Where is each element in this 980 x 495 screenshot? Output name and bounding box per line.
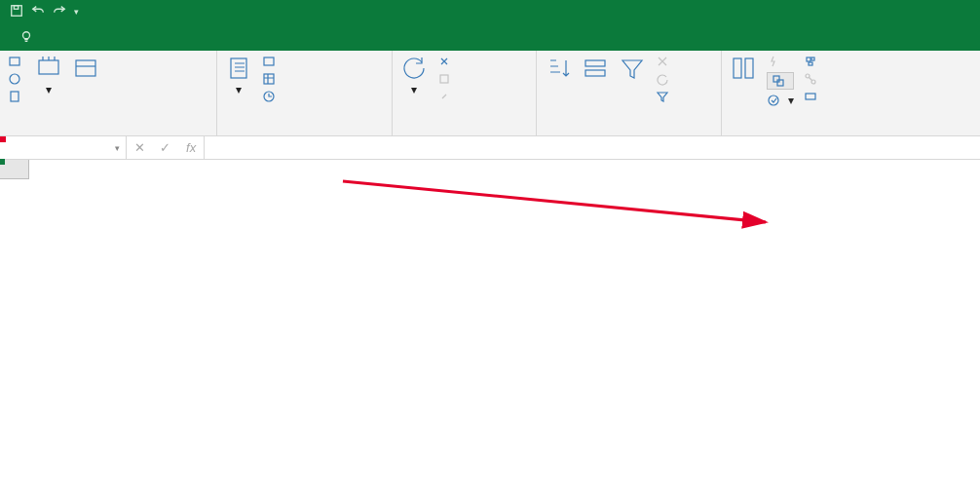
svg-rect-6: [39, 60, 58, 74]
svg-rect-15: [734, 58, 741, 78]
svg-point-2: [23, 32, 30, 39]
formula-bar-icons: ✕ ✓ fx: [127, 136, 205, 159]
advanced-filter-button[interactable]: [656, 90, 673, 103]
connections-button[interactable]: [437, 55, 455, 68]
formula-bar: ▾ ✕ ✓ fx: [0, 136, 980, 160]
svg-rect-16: [745, 58, 753, 78]
ribbon-group-transform: ▾: [217, 51, 393, 135]
clear-filter-button: [656, 55, 673, 68]
flash-fill-button: [767, 55, 794, 68]
svg-point-19: [769, 95, 778, 105]
svg-rect-13: [585, 60, 605, 66]
ribbon-group-external-data: ▾: [0, 51, 217, 135]
enter-icon: ✓: [160, 140, 170, 155]
ribbon-group-connections: ▾: [393, 51, 537, 135]
sort-button[interactable]: [582, 55, 609, 84]
title-bar: ▾: [0, 0, 980, 23]
quick-access-toolbar: ▾: [0, 4, 79, 20]
svg-rect-18: [777, 80, 783, 86]
svg-rect-5: [11, 92, 19, 101]
chevron-down-icon[interactable]: ▾: [115, 143, 120, 153]
svg-rect-9: [264, 57, 274, 65]
ribbon-group-sort-filter: [537, 51, 722, 135]
svg-rect-22: [809, 62, 812, 65]
svg-rect-25: [806, 94, 815, 99]
annotation-arrow: [0, 136, 980, 292]
show-queries-button[interactable]: [262, 55, 280, 68]
consolidate-button[interactable]: [804, 55, 821, 68]
sort-az-button[interactable]: [545, 55, 572, 82]
text-to-columns-button[interactable]: [730, 55, 757, 84]
svg-rect-7: [76, 60, 95, 76]
svg-rect-0: [12, 5, 22, 16]
filter-button[interactable]: [619, 55, 646, 84]
recent-sources-button[interactable]: [262, 90, 280, 103]
redo-icon[interactable]: [53, 4, 66, 20]
tell-me-search[interactable]: [19, 30, 39, 44]
svg-rect-3: [10, 57, 19, 65]
group-caption: [545, 132, 713, 133]
svg-line-26: [343, 181, 766, 222]
svg-point-4: [10, 74, 19, 84]
svg-rect-12: [440, 75, 448, 83]
select-all-corner[interactable]: [0, 160, 29, 179]
from-table-button[interactable]: [262, 72, 280, 86]
from-web-button[interactable]: [8, 72, 25, 86]
svg-rect-8: [231, 58, 246, 78]
ribbon: ▾ ▾ ▾: [0, 51, 980, 136]
svg-rect-21: [811, 57, 814, 60]
formula-input[interactable]: [205, 136, 980, 159]
undo-icon[interactable]: [31, 4, 45, 20]
svg-rect-20: [807, 57, 810, 61]
refresh-all-button[interactable]: ▾: [400, 55, 428, 96]
lightbulb-icon: [19, 30, 33, 44]
svg-rect-17: [773, 76, 779, 82]
group-caption: [730, 132, 972, 133]
name-box[interactable]: ▾: [0, 136, 127, 159]
qat-dropdown-icon[interactable]: ▾: [74, 7, 79, 17]
edit-links-button: [437, 90, 455, 103]
group-caption: [8, 132, 208, 133]
manage-data-model-button[interactable]: [804, 90, 821, 103]
save-icon[interactable]: [10, 4, 23, 20]
relationships-button: [804, 72, 821, 86]
data-validation-button[interactable]: ▾: [767, 94, 794, 107]
properties-button: [437, 72, 455, 86]
svg-rect-10: [264, 74, 274, 84]
new-query-button[interactable]: ▾: [225, 55, 252, 96]
svg-rect-1: [14, 5, 18, 9]
from-other-sources-button[interactable]: ▾: [35, 55, 62, 96]
fx-icon[interactable]: fx: [186, 140, 196, 155]
remove-duplicates-button[interactable]: [767, 72, 794, 90]
ribbon-group-data-tools: ▾: [722, 51, 980, 135]
reapply-button: [656, 72, 673, 86]
from-text-button[interactable]: [8, 90, 25, 103]
group-caption: [225, 132, 384, 133]
svg-rect-14: [585, 70, 605, 76]
cancel-icon: ✕: [134, 140, 145, 155]
ribbon-tabs: [0, 23, 980, 51]
from-access-button[interactable]: [8, 55, 25, 68]
group-caption: [400, 132, 528, 133]
existing-connections-button[interactable]: [72, 55, 99, 84]
